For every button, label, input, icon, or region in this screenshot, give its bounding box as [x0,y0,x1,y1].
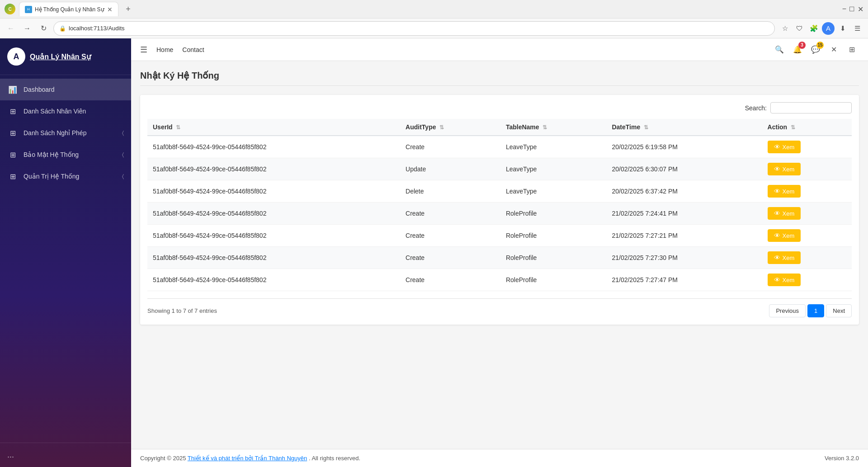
employees-icon: ⊞ [7,106,18,117]
cell-action: 👁 Xem [762,269,852,291]
version-text: Version 3.2.0 [825,455,859,462]
sidebar-item-label: Quản Trị Hệ Thống [24,173,117,180]
view-button[interactable]: 👁 Xem [768,141,801,153]
eye-icon: 👁 [774,188,780,195]
logo-icon: A [7,47,25,66]
security-icon: ⊞ [7,149,18,160]
cell-audittype: Create [400,136,500,158]
back-button[interactable]: ← [5,22,17,35]
cell-tablename: RoleProfile [500,247,607,269]
data-table: UserId ⇅ AuditType ⇅ TableName ⇅ DateTim… [147,119,852,291]
sort-icon: ⇅ [439,124,444,131]
new-tab-button[interactable]: + [122,3,135,15]
star-button[interactable]: ☆ [778,22,791,35]
arrow-icon: 〈 [122,130,124,136]
sidebar-item-security[interactable]: ⊞ Bảo Mật Hệ Thống 〈 [0,144,131,165]
search-label: Search: [745,104,767,112]
previous-button[interactable]: Previous [769,304,806,317]
cell-audittype: Create [400,247,500,269]
download-button[interactable]: ⬇ [836,22,849,35]
nav-contact-link[interactable]: Contact [182,46,204,53]
view-button[interactable]: 👁 Xem [768,251,801,264]
close-button[interactable]: ✕ [858,5,863,14]
sort-icon: ⇅ [644,124,648,131]
cell-action: 👁 Xem [762,203,852,225]
cell-tablename: LeaveType [500,136,607,158]
cell-tablename: RoleProfile [500,203,607,225]
page-1-button[interactable]: 1 [807,304,824,317]
sidebar-item-employees[interactable]: ⊞ Danh Sách Nhân Viên [0,100,131,122]
view-button[interactable]: 👁 Xem [768,229,801,242]
minimize-button[interactable]: − [842,5,846,13]
sidebar-item-admin[interactable]: ⊞ Quản Trị Hệ Thống 〈 [0,165,131,187]
eye-icon: 👁 [774,254,780,261]
browser-chrome: C H Hệ Thống Quản Lý Nhân Sự ✕ + − ☐ ✕ ←… [0,0,868,38]
menu-button[interactable]: ☰ [851,22,863,35]
grid-icon[interactable]: ⊞ [844,42,859,57]
leave-icon: ⊞ [7,127,18,138]
cell-tablename: LeaveType [500,158,607,180]
shield-button[interactable]: 🛡 [793,22,806,35]
search-button[interactable]: 🔍 [772,42,787,57]
sort-icon: ⇅ [176,124,180,131]
admin-icon: ⊞ [7,171,18,182]
notification-button[interactable]: 🔔 3 [790,42,805,57]
eye-icon: 👁 [774,276,780,283]
maximize-button[interactable]: ☐ [849,5,855,13]
cell-datetime: 21/02/2025 7:27:47 PM [606,269,762,291]
cell-audittype: Create [400,203,500,225]
top-nav-icons: 🔍 🔔 3 💬 15 ✕ ⊞ [772,42,859,57]
col-tablename[interactable]: TableName ⇅ [500,119,607,136]
cell-userid: 51af0b8f-5649-4524-99ce-05446f85f802 [147,269,400,291]
col-audittype[interactable]: AuditType ⇅ [400,119,500,136]
address-bar[interactable]: 🔒 localhost:7113/Audits [53,21,775,36]
table-card: Search: UserId ⇅ AuditType ⇅ TableName ⇅… [140,95,859,325]
content-area: Nhật Ký Hệ Thống Search: UserId ⇅ AuditT… [131,61,868,449]
refresh-button[interactable]: ↻ [37,22,50,35]
message-button[interactable]: 💬 15 [808,42,823,57]
forward-button[interactable]: → [21,22,33,35]
nav-home-link[interactable]: Home [156,46,173,53]
more-button[interactable]: ... [7,450,14,460]
hamburger-menu[interactable]: ☰ [140,45,147,55]
view-button[interactable]: 👁 Xem [768,185,801,198]
cell-action: 👁 Xem [762,225,852,247]
tab-favicon: H [25,6,32,13]
sidebar-item-leave[interactable]: ⊞ Danh Sách Nghỉ Phép 〈 [0,122,131,144]
view-button[interactable]: 👁 Xem [768,207,801,220]
copyright-text: Copyright © 2025 [140,455,188,462]
col-action[interactable]: Action ⇅ [762,119,852,136]
cell-tablename: LeaveType [500,180,607,203]
nav-bar: ← → ↻ 🔒 localhost:7113/Audits ☆ 🛡 🧩 A ⬇ … [0,18,868,38]
col-datetime[interactable]: DateTime ⇅ [606,119,762,136]
dashboard-icon: 📊 [7,84,18,95]
cell-action: 👁 Xem [762,158,852,180]
col-userid[interactable]: UserId ⇅ [147,119,400,136]
sidebar-item-label: Dashboard [24,86,124,93]
cell-action: 👁 Xem [762,136,852,158]
extensions-button[interactable]: 🧩 [807,22,820,35]
footer-link[interactable]: Thiết kế và phát triển bởi Trần Thành Ng… [188,455,307,462]
cell-userid: 51af0b8f-5649-4524-99ce-05446f85f802 [147,158,400,180]
eye-icon: 👁 [774,165,780,173]
top-nav: ☰ Home Contact 🔍 🔔 3 💬 15 ✕ ⊞ [131,38,868,61]
tab-close-icon[interactable]: ✕ [107,6,113,13]
view-button[interactable]: 👁 Xem [768,163,801,175]
pagination-area: Showing 1 to 7 of 7 entries Previous 1 N… [147,298,852,317]
table-row: 51af0b8f-5649-4524-99ce-05446f85f802 Cre… [147,203,852,225]
cell-datetime: 21/02/2025 7:27:21 PM [606,225,762,247]
view-button[interactable]: 👁 Xem [768,274,801,286]
profile-button[interactable]: A [822,22,835,35]
close-icon[interactable]: ✕ [826,42,841,57]
next-button[interactable]: Next [826,304,852,317]
eye-icon: 👁 [774,143,780,151]
page-body: A Quản Lý Nhân Sự 📊 Dashboard ⊞ Danh Sác… [0,38,868,467]
cell-userid: 51af0b8f-5649-4524-99ce-05446f85f802 [147,247,400,269]
cell-datetime: 21/02/2025 7:27:30 PM [606,247,762,269]
search-input[interactable] [770,102,852,113]
sidebar-item-dashboard[interactable]: 📊 Dashboard [0,79,131,100]
sidebar-item-label: Danh Sách Nghỉ Phép [24,129,117,137]
browser-tab[interactable]: H Hệ Thống Quản Lý Nhân Sự ✕ [19,2,118,16]
title-bar: C H Hệ Thống Quản Lý Nhân Sự ✕ + − ☐ ✕ [0,0,868,18]
logo-text: Quản Lý Nhân Sự [30,52,91,61]
